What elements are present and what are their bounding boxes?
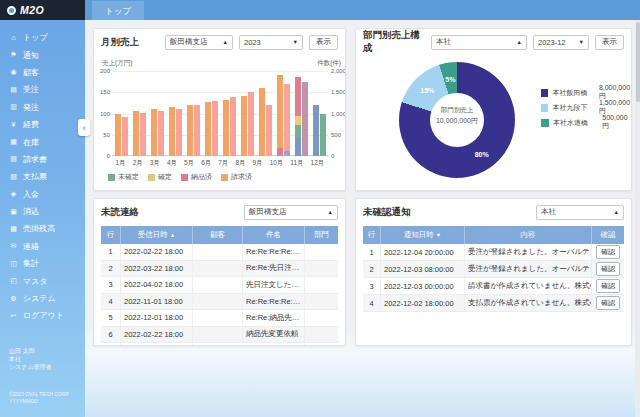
column-header-2[interactable]: 顧客 xyxy=(193,226,243,244)
cell: 受注が登録されました。オーバルテクノ… xyxy=(465,244,592,260)
sidebar-item-deposits[interactable]: ◈入金 xyxy=(0,186,85,203)
sidebar-item-logout[interactable]: ↩ログアウト xyxy=(0,307,85,324)
sidebar-item-inventory[interactable]: ▦在庫 xyxy=(0,133,85,150)
count-bar[interactable] xyxy=(194,105,200,156)
x-tick-label: 6月 xyxy=(201,159,211,168)
column-header-3[interactable]: 確認 xyxy=(592,226,624,244)
table-header: 行通知日時▼内容確認 xyxy=(363,226,624,244)
sidebar-item-payment-slips[interactable]: ▨支払票 xyxy=(0,168,85,185)
count-bar[interactable] xyxy=(230,97,236,157)
y-right-tick: 1,500 xyxy=(331,89,346,95)
dept-branch-select[interactable]: 本社 ▲ xyxy=(431,35,527,50)
count-bar[interactable] xyxy=(140,113,146,156)
dept-show-button[interactable]: 表示 xyxy=(595,35,624,50)
confirm-button[interactable]: 確認 xyxy=(596,245,620,259)
sidebar-item-contacts[interactable]: ✉連絡 xyxy=(0,238,85,255)
sales-bar[interactable] xyxy=(115,114,121,157)
confirm-button[interactable]: 確認 xyxy=(596,262,620,276)
count-bar[interactable] xyxy=(158,111,164,156)
sidebar-item-aggregation[interactable]: ◫集計 xyxy=(0,255,85,272)
count-segment xyxy=(212,101,218,156)
sort-asc-icon: ▲ xyxy=(170,232,175,238)
column-header-0[interactable]: 行 xyxy=(363,226,381,244)
column-header-2[interactable]: 内容 xyxy=(465,226,592,244)
count-segment xyxy=(194,105,200,156)
column-header-3[interactable]: 件名 xyxy=(243,226,305,244)
sidebar-nav: ⌂トップ⚑通知◉顧客▤受注▥発注¥経費▦在庫▧請求書▨支払票◈入金▣消込▩売掛残… xyxy=(0,20,85,325)
table-row[interactable]: 22022-03-22 18:00Re:Re:先日注… xyxy=(101,261,338,278)
column-header-1[interactable]: 通知日時▼ xyxy=(381,226,465,244)
tab-top[interactable]: トップ xyxy=(92,1,144,21)
sales-bar[interactable] xyxy=(187,105,193,156)
scrollbar-thumb[interactable] xyxy=(636,22,640,102)
sidebar-item-orders[interactable]: ▤受注 xyxy=(0,81,85,98)
sales-bar[interactable] xyxy=(277,75,283,156)
sidebar-item-notifications[interactable]: ⚑通知 xyxy=(0,46,85,63)
sales-bar[interactable] xyxy=(295,77,301,156)
count-bar[interactable] xyxy=(248,92,254,156)
cell: Re:Re:納品先… xyxy=(243,310,305,326)
sales-bar[interactable] xyxy=(205,102,211,156)
x-tick-label: 12月 xyxy=(311,159,325,168)
table-row[interactable]: 32022-04-02 18:00先日注文した… xyxy=(101,277,338,294)
count-bar[interactable] xyxy=(122,117,128,156)
count-bar[interactable] xyxy=(302,82,308,156)
dept-sales-title: 部門別売上構成 xyxy=(363,29,425,55)
table-row[interactable]: 42022-11-01 18:00Re:Re:Re:Re:… xyxy=(101,294,338,311)
expenses-icon: ¥ xyxy=(9,121,18,128)
sales-bar[interactable] xyxy=(241,96,247,156)
count-bar[interactable] xyxy=(266,105,272,156)
table-row[interactable]: 52022-12-01 18:00Re:Re:納品先… xyxy=(101,310,338,327)
count-bar[interactable] xyxy=(212,101,218,156)
column-header-0[interactable]: 行 xyxy=(101,226,121,244)
bar-group xyxy=(151,71,164,156)
customers-icon: ◉ xyxy=(9,68,18,76)
sidebar-item-purchase-orders[interactable]: ▥発注 xyxy=(0,99,85,116)
year-select-value: 2023 xyxy=(244,38,261,47)
sales-bar[interactable] xyxy=(223,100,229,156)
sales-segment xyxy=(205,102,211,156)
count-segment xyxy=(302,82,308,156)
sales-bar[interactable] xyxy=(151,109,157,156)
sidebar-item-customers[interactable]: ◉顧客 xyxy=(0,64,85,81)
sidebar-item-system[interactable]: ⚙システム xyxy=(0,290,85,307)
table-row[interactable]: 12022-12-04 20:00:00受注が登録されました。オーバルテクノ…確… xyxy=(363,244,624,261)
column-header-4[interactable]: 部門 xyxy=(305,226,338,244)
sales-bar[interactable] xyxy=(259,88,265,156)
sidebar-item-reconciliation[interactable]: ▣消込 xyxy=(0,203,85,220)
branch-select[interactable]: 飯田橋支店 ▲ xyxy=(165,35,233,50)
unread-branch-select[interactable]: 飯田橋支店 ▲ xyxy=(244,205,338,220)
sidebar-item-top[interactable]: ⌂トップ xyxy=(0,29,85,46)
count-bar[interactable] xyxy=(284,84,290,156)
dept-month-select[interactable]: 2023-12 ▼ xyxy=(533,35,589,50)
count-bar[interactable] xyxy=(176,109,182,156)
legend-item: 未確定 xyxy=(108,172,139,182)
sidebar-item-receivables[interactable]: ▩売掛残高 xyxy=(0,220,85,237)
confirm-button[interactable]: 確認 xyxy=(596,279,620,293)
sidebar-item-master[interactable]: ◰マスタ xyxy=(0,272,85,289)
cell: 請求書が作成されていません。株式会社… xyxy=(465,278,592,294)
notices-branch-select[interactable]: 本社 ▲ xyxy=(536,205,624,220)
count-segment xyxy=(158,111,164,156)
sales-bar[interactable] xyxy=(133,111,139,156)
monthly-show-button[interactable]: 表示 xyxy=(309,35,338,50)
sales-bar[interactable] xyxy=(169,107,175,156)
year-select[interactable]: 2023 ▼ xyxy=(239,35,303,50)
confirm-button[interactable]: 確認 xyxy=(596,296,620,310)
cell xyxy=(193,310,243,326)
table-row[interactable]: 72022-02-22 18:00Re:Re:Re:Re:… xyxy=(101,343,338,346)
sidebar-collapse-button[interactable]: ‹ xyxy=(78,119,90,136)
bar-group xyxy=(205,71,218,156)
count-bar[interactable] xyxy=(320,114,326,157)
table-row[interactable]: 22022-12-03 08:00:00受注が登録されました。オーバルテクノ…確… xyxy=(363,261,624,278)
sidebar-item-expenses[interactable]: ¥経費 xyxy=(0,116,85,133)
column-header-1[interactable]: 受信日時▲ xyxy=(121,226,193,244)
table-row[interactable]: 62022-02-22 18:00納品先変更依頼 xyxy=(101,327,338,344)
table-row[interactable]: 12022-02-22 18:00Re:Re:Re:Re:… xyxy=(101,244,338,261)
sales-bar[interactable] xyxy=(313,105,319,156)
sidebar-item-invoices[interactable]: ▧請求書 xyxy=(0,151,85,168)
page-scrollbar[interactable] xyxy=(635,20,640,417)
count-segment xyxy=(122,117,128,156)
table-row[interactable]: 42022-12-02 18:00:00支払票が作成されていません。株式会社…確… xyxy=(363,295,624,312)
table-row[interactable]: 32022-12-03 00:00:00請求書が作成されていません。株式会社…確… xyxy=(363,278,624,295)
